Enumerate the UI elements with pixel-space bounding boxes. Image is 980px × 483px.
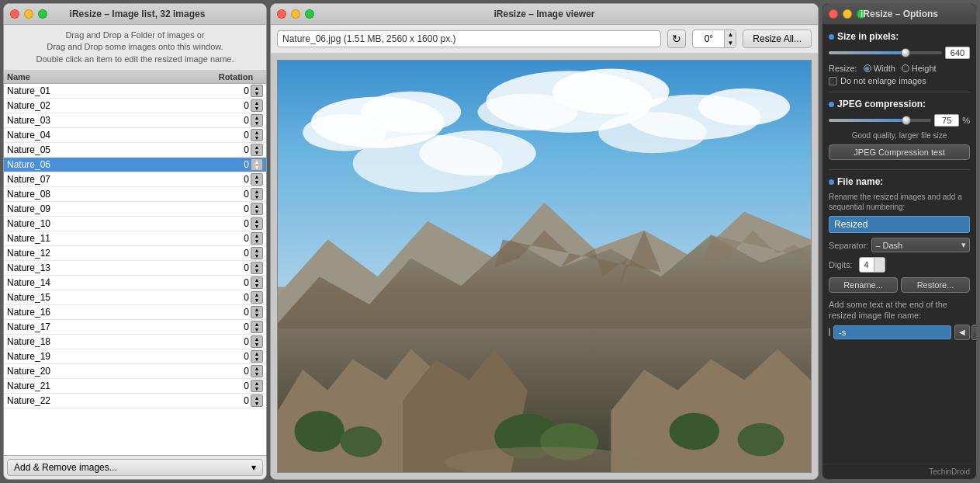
- stepper-down[interactable]: ▼: [255, 238, 260, 244]
- table-row[interactable]: Nature_06 0 ▲ ▼: [4, 158, 266, 172]
- rotation-stepper[interactable]: 0° ▲ ▼: [692, 30, 736, 48]
- row-stepper[interactable]: ▲ ▼: [251, 380, 263, 392]
- row-stepper[interactable]: ▲ ▼: [251, 291, 263, 304]
- stepper-down[interactable]: ▼: [255, 371, 260, 377]
- size-slider-thumb[interactable]: [901, 48, 910, 57]
- row-stepper[interactable]: ▲ ▼: [251, 365, 263, 377]
- filename-input[interactable]: [829, 216, 970, 233]
- row-stepper[interactable]: ▲ ▼: [251, 276, 263, 289]
- width-radio-circle[interactable]: [864, 64, 871, 72]
- stepper-down[interactable]: ▼: [255, 224, 260, 229]
- row-stepper[interactable]: ▲ ▼: [251, 188, 263, 200]
- height-radio[interactable]: Height: [902, 64, 937, 73]
- row-stepper[interactable]: ▲ ▼: [251, 114, 263, 127]
- digits-up-arrow[interactable]: ▲: [874, 258, 885, 265]
- row-stepper[interactable]: ▲ ▼: [251, 335, 263, 348]
- stepper-down[interactable]: ▼: [255, 312, 260, 318]
- stepper-down[interactable]: ▼: [255, 268, 260, 273]
- row-stepper[interactable]: ▲ ▼: [251, 232, 263, 245]
- image-list[interactable]: Nature_01 0 ▲ ▼ Nature_02 0 ▲ ▼ Nature_0…: [4, 84, 266, 455]
- table-row[interactable]: Nature_19 0 ▲ ▼: [4, 349, 266, 364]
- suffix-input[interactable]: [833, 325, 951, 339]
- stepper-up[interactable]: ▲: [255, 144, 260, 150]
- row-stepper[interactable]: ▲ ▼: [251, 321, 263, 333]
- size-slider[interactable]: [829, 51, 942, 54]
- table-row[interactable]: Nature_20 0 ▲ ▼: [4, 364, 266, 379]
- table-row[interactable]: Nature_10 0 ▲ ▼: [4, 217, 266, 231]
- stepper-up[interactable]: ▲: [255, 174, 260, 179]
- row-stepper[interactable]: ▲ ▼: [251, 85, 263, 97]
- stepper-up[interactable]: ▲: [255, 380, 260, 386]
- stepper-down[interactable]: ▼: [255, 120, 260, 126]
- stepper-up[interactable]: ▲: [255, 218, 260, 224]
- stepper-down[interactable]: ▼: [255, 253, 260, 259]
- size-value[interactable]: 640: [945, 47, 970, 59]
- row-stepper[interactable]: ▲ ▼: [251, 99, 263, 112]
- stepper-down[interactable]: ▼: [255, 401, 260, 406]
- stepper-up[interactable]: ▲: [255, 366, 260, 371]
- table-row[interactable]: Nature_13 0 ▲ ▼: [4, 261, 266, 276]
- stepper-up[interactable]: ▲: [255, 395, 260, 401]
- digits-stepper[interactable]: 4 ▲ ▼: [859, 257, 885, 273]
- stepper-down[interactable]: ▼: [255, 356, 260, 362]
- no-enlarge-checkbox[interactable]: [829, 77, 837, 85]
- stepper-up[interactable]: ▲: [255, 336, 260, 342]
- table-row[interactable]: Nature_16 0 ▲ ▼: [4, 305, 266, 320]
- stepper-up[interactable]: ▲: [255, 233, 260, 238]
- table-row[interactable]: Nature_11 0 ▲ ▼: [4, 231, 266, 246]
- row-stepper[interactable]: ▲ ▼: [251, 173, 263, 186]
- jpeg-test-button[interactable]: JPEG Compression test: [829, 144, 970, 160]
- stepper-up[interactable]: ▲: [255, 115, 260, 120]
- table-row[interactable]: Nature_15 0 ▲ ▼: [4, 290, 266, 305]
- height-radio-circle[interactable]: [902, 64, 909, 72]
- stepper-up[interactable]: ▲: [255, 277, 260, 283]
- stepper-up[interactable]: ▲: [255, 292, 260, 297]
- jpeg-slider[interactable]: [829, 119, 931, 122]
- row-stepper[interactable]: ▲ ▼: [251, 217, 263, 230]
- stepper-up[interactable]: ▲: [255, 189, 260, 194]
- row-stepper[interactable]: ▲ ▼: [251, 350, 263, 363]
- table-row[interactable]: Nature_04 0 ▲ ▼: [4, 128, 266, 143]
- watermark-left-btn[interactable]: ◀: [954, 325, 970, 340]
- row-stepper[interactable]: ▲ ▼: [251, 394, 263, 407]
- row-stepper[interactable]: ▲ ▼: [251, 129, 263, 141]
- separator-select[interactable]: – Dash ▾: [871, 238, 970, 252]
- table-row[interactable]: Nature_05 0 ▲ ▼: [4, 143, 266, 158]
- rotation-up-arrow[interactable]: ▲: [725, 30, 736, 39]
- resize-all-button[interactable]: Resize All...: [743, 30, 812, 48]
- width-radio[interactable]: Width: [864, 64, 895, 73]
- table-row[interactable]: Nature_14 0 ▲ ▼: [4, 276, 266, 290]
- stepper-down[interactable]: ▼: [255, 209, 260, 214]
- table-row[interactable]: Nature_01 0 ▲ ▼: [4, 84, 266, 99]
- table-row[interactable]: Nature_21 0 ▲ ▼: [4, 379, 266, 394]
- stepper-up[interactable]: ▲: [255, 321, 260, 327]
- stepper-down[interactable]: ▼: [255, 135, 260, 141]
- digits-down-arrow[interactable]: ▼: [874, 265, 885, 272]
- table-row[interactable]: Nature_09 0 ▲ ▼: [4, 202, 266, 217]
- stepper-up[interactable]: ▲: [255, 262, 260, 268]
- stepper-up[interactable]: ▲: [255, 351, 260, 356]
- stepper-up[interactable]: ▲: [255, 130, 260, 135]
- restore-button[interactable]: Restore...: [901, 277, 970, 293]
- row-stepper[interactable]: ▲ ▼: [251, 247, 263, 259]
- add-remove-button[interactable]: Add & Remove images... ▾: [7, 459, 263, 476]
- row-stepper[interactable]: ▲ ▼: [251, 203, 263, 215]
- table-row[interactable]: Nature_12 0 ▲ ▼: [4, 246, 266, 261]
- table-row[interactable]: Nature_17 0 ▲ ▼: [4, 320, 266, 335]
- table-row[interactable]: Nature_08 0 ▲ ▼: [4, 187, 266, 202]
- table-row[interactable]: Nature_18 0 ▲ ▼: [4, 335, 266, 349]
- jpeg-value[interactable]: 75: [934, 114, 959, 127]
- stepper-down[interactable]: ▼: [255, 327, 260, 332]
- row-stepper[interactable]: ▲ ▼: [251, 158, 263, 171]
- stepper-down[interactable]: ▼: [255, 91, 260, 96]
- suffix-checkbox[interactable]: [829, 328, 830, 336]
- stepper-down[interactable]: ▼: [255, 194, 260, 200]
- table-row[interactable]: Nature_22 0 ▲ ▼: [4, 394, 266, 408]
- stepper-up[interactable]: ▲: [255, 85, 260, 91]
- refresh-button[interactable]: ↻: [667, 30, 686, 48]
- stepper-up[interactable]: ▲: [255, 159, 260, 165]
- stepper-down[interactable]: ▼: [255, 297, 260, 303]
- stepper-up[interactable]: ▲: [255, 307, 260, 312]
- stepper-down[interactable]: ▼: [255, 342, 260, 347]
- stepper-up[interactable]: ▲: [255, 100, 260, 106]
